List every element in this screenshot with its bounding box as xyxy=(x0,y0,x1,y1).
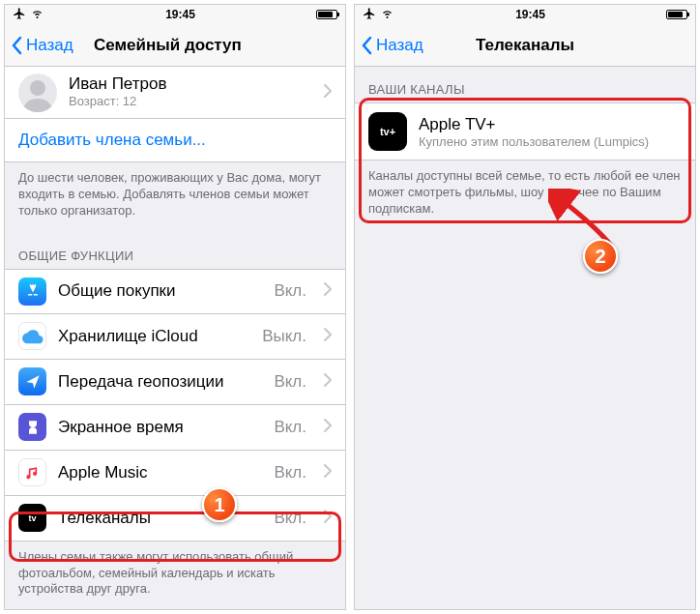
avatar xyxy=(18,73,57,112)
row-state: Вкл. xyxy=(274,372,306,392)
screen-family-sharing: 19:45 Назад Семейный доступ Иван Петров … xyxy=(4,4,346,610)
group-header-shared: ОБЩИЕ ФУНКЦИИ xyxy=(5,233,345,269)
row-icloud[interactable]: Хранилище iCloud Выкл. xyxy=(5,314,345,360)
row-label: Apple Music xyxy=(58,463,262,482)
airplane-icon xyxy=(13,7,26,23)
row-screentime[interactable]: Экранное время Вкл. xyxy=(5,405,345,451)
row-apple-music[interactable]: Apple Music Вкл. xyxy=(5,451,345,496)
row-label: Передача геопозиции xyxy=(58,372,262,392)
location-icon xyxy=(18,367,46,395)
channel-subtitle: Куплено этим пользователем (Lumpics) xyxy=(419,134,649,149)
row-state: Вкл. xyxy=(274,418,306,437)
row-tv-channels[interactable]: tv Телеканалы Вкл. xyxy=(5,496,345,541)
content-area: ВАШИ КАНАЛЫ tv+ Apple TV+ Куплено этим п… xyxy=(355,67,695,609)
row-state: Вкл. xyxy=(274,281,306,301)
tv-icon: tv xyxy=(18,504,46,532)
status-time: 19:45 xyxy=(165,8,195,21)
step-badge-2: 2 xyxy=(583,239,618,274)
apple-music-icon xyxy=(18,458,46,486)
status-time: 19:45 xyxy=(515,8,545,21)
channels-footnote: Каналы доступны всей семье, то есть любо… xyxy=(355,161,695,231)
chevron-right-icon xyxy=(324,84,332,102)
group-header-channels: ВАШИ КАНАЛЫ xyxy=(355,67,695,102)
airplane-icon xyxy=(363,7,376,23)
apple-tv-plus-icon: tv+ xyxy=(368,112,407,151)
back-button[interactable]: Назад xyxy=(361,36,423,55)
icloud-icon xyxy=(18,322,46,350)
chevron-right-icon xyxy=(324,419,332,436)
row-purchases[interactable]: Общие покупки Вкл. xyxy=(5,269,345,314)
back-label: Назад xyxy=(376,36,423,55)
chevron-right-icon xyxy=(324,373,332,391)
screen-tv-channels: 19:45 Назад Телеканалы ВАШИ КАНАЛЫ tv+ A… xyxy=(354,4,696,610)
member-name: Иван Петров xyxy=(69,76,166,94)
bottom-footnote: Члены семьи также могут использовать общ… xyxy=(5,541,345,609)
chevron-right-icon xyxy=(324,510,332,527)
content-area: Иван Петров Возраст: 12 Добавить члена с… xyxy=(5,67,345,609)
chevron-right-icon xyxy=(324,328,332,345)
chevron-right-icon xyxy=(324,282,332,300)
back-label: Назад xyxy=(26,36,73,55)
member-age: Возраст: 12 xyxy=(69,94,166,108)
status-bar: 19:45 xyxy=(5,5,345,24)
row-location[interactable]: Передача геопозиции Вкл. xyxy=(5,360,345,405)
navigation-bar: Назад Семейный доступ xyxy=(5,24,345,67)
battery-icon xyxy=(666,10,687,19)
chevron-right-icon xyxy=(324,464,332,482)
row-label: Экранное время xyxy=(58,418,262,437)
row-state: Вкл. xyxy=(274,509,306,528)
row-label: Общие покупки xyxy=(58,281,262,301)
channel-title: Apple TV+ xyxy=(419,115,649,134)
row-label: Хранилище iCloud xyxy=(58,327,250,346)
row-state: Выкл. xyxy=(262,327,306,346)
family-footnote: До шести человек, проживающих у Вас дома… xyxy=(5,162,345,233)
family-member-row[interactable]: Иван Петров Возраст: 12 xyxy=(5,67,345,119)
row-label: Телеканалы xyxy=(58,509,262,528)
battery-icon xyxy=(316,10,337,19)
add-family-member-button[interactable]: Добавить члена семьи... xyxy=(5,119,345,162)
svg-point-0 xyxy=(30,80,45,96)
wifi-icon xyxy=(30,8,44,22)
wifi-icon xyxy=(380,8,394,22)
status-bar: 19:45 xyxy=(355,5,695,24)
row-state: Вкл. xyxy=(274,463,306,482)
back-button[interactable]: Назад xyxy=(11,36,73,55)
navigation-bar: Назад Телеканалы xyxy=(355,24,695,67)
screentime-icon xyxy=(18,413,46,441)
channel-apple-tv-plus[interactable]: tv+ Apple TV+ Куплено этим пользователем… xyxy=(355,102,695,161)
appstore-icon xyxy=(18,278,46,306)
